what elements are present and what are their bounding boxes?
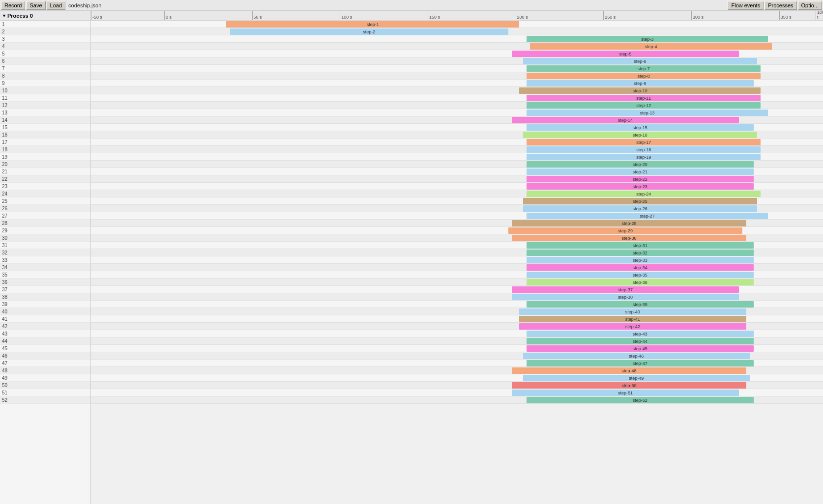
row-number: 27	[0, 212, 90, 220]
gantt-bar[interactable]: step-28	[512, 220, 746, 226]
gantt-bar[interactable]: step-12	[527, 102, 761, 109]
gantt-bar[interactable]: step-17	[527, 139, 761, 145]
gantt-bar[interactable]: step-46	[523, 353, 750, 359]
row-number: 14	[0, 116, 90, 124]
gantt-row: step-41	[91, 315, 823, 323]
gantt-bar[interactable]: step-9	[527, 80, 754, 86]
save-button[interactable]: Save	[26, 1, 45, 10]
row-number: 28	[0, 220, 90, 227]
gantt-bar[interactable]: step-3	[527, 36, 768, 42]
row-number: 25	[0, 197, 90, 205]
gantt-bar[interactable]: step-31	[527, 242, 754, 249]
gantt-bar[interactable]: step-34	[527, 264, 754, 271]
gantt-row: step-42	[91, 323, 823, 330]
gantt-row: step-23	[91, 183, 823, 190]
options-button[interactable]: Optio...	[798, 1, 822, 10]
gantt-bar[interactable]: step-11	[527, 95, 761, 101]
timeline-tick: 300 s	[691, 11, 704, 20]
gantt-row: step-34	[91, 264, 823, 271]
row-number: 5	[0, 50, 90, 57]
gantt-row: step-47	[91, 360, 823, 367]
gantt-row: step-7	[91, 65, 823, 72]
timeline-header: -50 s0 s50 s100 s150 s200 s250 s300 s350…	[91, 11, 823, 21]
gantt-row: step-38	[91, 293, 823, 301]
gantt-bar[interactable]: step-13	[527, 110, 768, 116]
row-number: 32	[0, 249, 90, 256]
gantt-bar[interactable]: step-1	[226, 21, 519, 28]
gantt-bar[interactable]: step-20	[527, 161, 754, 168]
gantt-bar[interactable]: step-47	[527, 360, 754, 366]
gantt-bar[interactable]: step-44	[527, 338, 754, 344]
gantt-bar[interactable]: step-4	[530, 43, 771, 50]
gantt-bar[interactable]: step-21	[527, 168, 754, 175]
gantt-bar[interactable]: step-14	[512, 117, 739, 123]
gantt-bar[interactable]: step-23	[527, 183, 754, 190]
gantt-bar[interactable]: step-29	[508, 227, 742, 234]
gantt-bar[interactable]: step-10	[519, 87, 761, 94]
gantt-bar[interactable]: step-45	[527, 345, 754, 352]
gantt-bar[interactable]: step-38	[512, 294, 739, 300]
gantt-row: step-49	[91, 374, 823, 382]
timeline-tick: 0 s	[164, 11, 172, 20]
gantt-bar[interactable]: step-40	[519, 308, 746, 315]
row-number: 51	[0, 389, 90, 396]
load-button[interactable]: Load	[47, 1, 65, 10]
gantt-bar[interactable]: step-32	[527, 250, 754, 256]
gantt-row: step-24	[91, 190, 823, 197]
row-number: 10	[0, 87, 90, 94]
record-button[interactable]: Record	[1, 1, 25, 10]
row-number: 42	[0, 323, 90, 330]
processes-button[interactable]: Processes	[764, 1, 796, 10]
gantt-bar[interactable]: step-18	[527, 146, 761, 153]
row-number: 35	[0, 271, 90, 279]
gantt-bar[interactable]: step-50	[512, 382, 746, 389]
timeline-tick: 150 s	[428, 11, 440, 20]
row-number: 46	[0, 352, 90, 360]
gantt-bar[interactable]: step-37	[512, 286, 739, 293]
gantt-bar[interactable]: step-35	[527, 272, 754, 278]
gantt-row: step-43	[91, 330, 823, 337]
gantt-area: step-1step-2step-3step-4step-5step-6step…	[91, 21, 823, 404]
gantt-bar[interactable]: step-27	[527, 213, 768, 219]
gantt-bar[interactable]: step-26	[523, 205, 757, 212]
gantt-bar[interactable]: step-19	[527, 154, 761, 160]
gantt-bar[interactable]: step-16	[523, 132, 757, 138]
timeline-tick: 200 s	[516, 11, 528, 20]
gantt-bar[interactable]: step-25	[523, 198, 757, 204]
gantt-bar[interactable]: step-41	[519, 316, 746, 322]
row-number: 50	[0, 382, 90, 389]
gantt-bar[interactable]: step-39	[527, 301, 754, 308]
row-number: 49	[0, 374, 90, 382]
gantt-bar[interactable]: step-51	[512, 390, 739, 396]
gantt-bar[interactable]: step-22	[527, 176, 754, 182]
row-number: 11	[0, 94, 90, 102]
gantt-bar[interactable]: step-7	[527, 65, 761, 72]
gantt-row: step-33	[91, 256, 823, 264]
gantt-bar[interactable]: step-8	[527, 73, 761, 79]
gantt-bar[interactable]: step-6	[523, 58, 757, 64]
gantt-bar[interactable]: step-33	[527, 257, 754, 263]
gantt-bar[interactable]: step-48	[512, 367, 746, 374]
row-number: 22	[0, 175, 90, 183]
gantt-bar[interactable]: step-30	[512, 235, 746, 241]
timeline-tick: 250 s	[603, 11, 616, 20]
gantt-row: step-36	[91, 279, 823, 286]
row-number: 3	[0, 35, 90, 43]
flow-events-button[interactable]: Flow events	[728, 1, 764, 10]
gantt-row: step-20	[91, 161, 823, 168]
gantt-bar[interactable]: step-36	[527, 279, 754, 285]
row-numbers: 1234567891011121314151617181920212223242…	[0, 21, 90, 404]
gantt-row: step-40	[91, 308, 823, 315]
gantt-bar[interactable]: step-5	[512, 51, 739, 57]
gantt-bar[interactable]: step-2	[230, 28, 508, 35]
row-number: 47	[0, 360, 90, 367]
gantt-bar[interactable]: step-49	[523, 375, 750, 381]
gantt-bar[interactable]: step-52	[527, 397, 754, 403]
gantt-bar[interactable]: step-42	[519, 323, 746, 330]
gantt-bar[interactable]: step-24	[527, 191, 761, 197]
gantt-bar[interactable]: step-15	[527, 124, 754, 131]
gantt-bar[interactable]: step-43	[527, 331, 754, 337]
right-panel[interactable]: -50 s0 s50 s100 s150 s200 s250 s300 s350…	[91, 11, 823, 504]
gantt-row: step-19	[91, 153, 823, 161]
gantt-row: step-4	[91, 43, 823, 50]
